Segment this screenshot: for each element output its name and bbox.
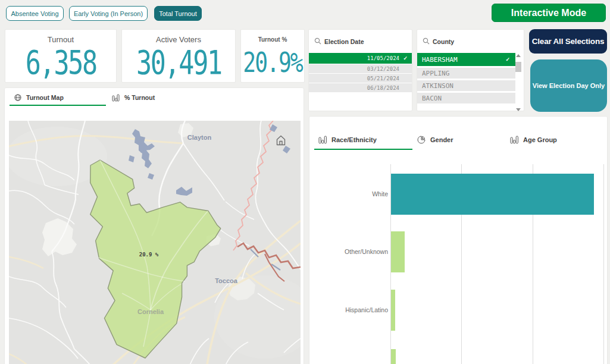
map-panel: Turnout Map % Turnout bbox=[4, 87, 304, 364]
bar-other-unknown[interactable] bbox=[391, 231, 405, 272]
list-item-county[interactable]: BACON bbox=[417, 93, 515, 103]
tab-label: Age Group bbox=[523, 136, 557, 143]
list-item-county[interactable]: APPLING bbox=[417, 68, 515, 79]
dashboard: { "toolbar": { "filters": [ { "label": "… bbox=[0, 0, 610, 364]
listbox-title: County bbox=[433, 38, 454, 45]
kpi-card-turnout-pct: Turnout % 20.9% bbox=[240, 29, 305, 83]
chart-panel: Race/Ethnicity Gender Age Group White Ot… bbox=[309, 116, 608, 364]
scrollbar-up-arrow[interactable] bbox=[516, 54, 521, 57]
list-item-date[interactable]: 05/21/2024 bbox=[309, 74, 412, 83]
listbox-header[interactable]: County bbox=[417, 30, 524, 53]
list-item-label: HABERSHAM bbox=[422, 56, 458, 64]
globe-icon bbox=[14, 94, 21, 101]
tab-turnout-map[interactable]: Turnout Map bbox=[14, 92, 64, 103]
checkmark-icon: ✓ bbox=[505, 57, 510, 62]
kpi-value: 20.9% bbox=[241, 42, 304, 82]
search-icon bbox=[423, 37, 430, 45]
list-item-label: ATKINSON bbox=[422, 82, 453, 90]
bar-chart-icon bbox=[112, 94, 120, 102]
search-icon bbox=[314, 37, 321, 45]
interactive-mode-button[interactable]: Interactive Mode bbox=[492, 4, 606, 22]
list-item-county-selected[interactable]: HABERSHAM ✓ bbox=[417, 53, 515, 66]
kpi-card-active-voters: Active Voters 30,491 bbox=[121, 29, 236, 83]
tab-pct-turnout[interactable]: % Turnout bbox=[112, 92, 155, 103]
active-tab-underline bbox=[314, 149, 412, 150]
list-item-label: 06/18/2024 bbox=[367, 85, 399, 91]
bar-hispanic-latino[interactable] bbox=[391, 290, 396, 331]
kpi-value: 30,491 bbox=[122, 42, 235, 82]
list-item-label: APPLING bbox=[422, 70, 449, 77]
tab-gender[interactable]: Gender bbox=[417, 134, 453, 146]
kpi-value: 6,358 bbox=[5, 42, 116, 82]
tab-race-ethnicity[interactable]: Race/Ethnicity bbox=[318, 134, 377, 146]
filter-button-absentee-voting[interactable]: Absentee Voting bbox=[6, 6, 64, 21]
tab-age-group[interactable]: Age Group bbox=[510, 134, 557, 146]
list-item-county[interactable]: ATKINSON bbox=[417, 80, 515, 91]
map-value-label: 20.9 % bbox=[139, 252, 159, 258]
scrollbar-down-arrow[interactable] bbox=[516, 108, 521, 111]
tab-label: Race/Ethnicity bbox=[331, 136, 377, 143]
bar-label: Hispanic/Latino bbox=[317, 306, 388, 313]
bar-white[interactable] bbox=[391, 174, 594, 215]
bar-chart-icon bbox=[318, 136, 327, 144]
checkmark-icon: ✓ bbox=[403, 55, 408, 61]
pie-chart-icon bbox=[417, 136, 426, 144]
list-item-date[interactable]: 06/18/2024 bbox=[309, 83, 412, 92]
kpi-card-turnout: Turnout 6,358 bbox=[5, 29, 117, 83]
filter-button-early-voting[interactable]: Early Voting (In Person) bbox=[69, 6, 148, 21]
scrollbar-thumb[interactable] bbox=[515, 62, 521, 72]
list-item-label: 11/05/2024 bbox=[367, 55, 399, 61]
active-tab-underline bbox=[10, 105, 106, 106]
tab-label: Turnout Map bbox=[26, 94, 64, 101]
list-item-label: 03/12/2024 bbox=[367, 66, 399, 72]
chart-gridline bbox=[603, 164, 604, 364]
listbox-header[interactable]: Election Date bbox=[309, 30, 412, 53]
list-item-label: BACON bbox=[422, 95, 442, 102]
bar-label: White bbox=[317, 190, 388, 197]
list-item-date-selected[interactable]: 11/05/2024 ✓ bbox=[309, 53, 412, 64]
bar-chart-icon bbox=[510, 136, 518, 144]
city-label-clayton: Clayton bbox=[187, 134, 212, 141]
tab-label: Gender bbox=[430, 136, 453, 143]
bar-label: Other/Unknown bbox=[317, 248, 388, 255]
city-label-toccoa: Toccoa bbox=[215, 277, 238, 284]
bar-partial[interactable] bbox=[391, 349, 396, 364]
tab-label: % Turnout bbox=[124, 94, 155, 101]
filter-button-total-turnout[interactable]: Total Turnout bbox=[154, 6, 202, 21]
county-scrollbar[interactable] bbox=[515, 54, 523, 111]
turnout-map[interactable]: Clayton Toccoa Cornelia 20.9 % bbox=[9, 121, 301, 364]
list-item-label: 05/21/2024 bbox=[367, 76, 399, 81]
map-canvas: Clayton Toccoa Cornelia 20.9 % bbox=[9, 121, 301, 364]
listbox-title: Election Date bbox=[324, 38, 364, 45]
city-label-cornelia: Cornelia bbox=[137, 308, 164, 315]
clear-all-selections-button[interactable]: Clear All Selections bbox=[529, 29, 607, 54]
listbox-county: County HABERSHAM ✓ APPLING ATKINSON BACO… bbox=[417, 29, 524, 111]
list-item-date[interactable]: 03/12/2024 bbox=[309, 64, 412, 73]
view-election-day-only-button[interactable]: View Election Day Only bbox=[530, 59, 607, 112]
listbox-election-date: Election Date 11/05/2024 ✓ 03/12/2024 05… bbox=[308, 29, 412, 111]
